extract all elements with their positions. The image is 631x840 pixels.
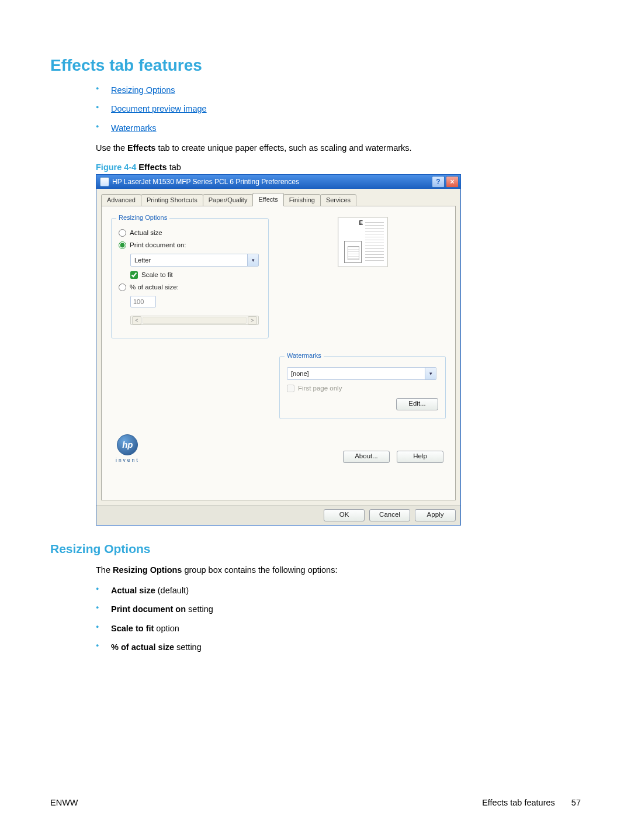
scale-to-fit-checkbox[interactable] xyxy=(130,271,138,279)
page-footer: ENWW Effects tab features 57 xyxy=(50,798,581,807)
printing-preferences-dialog: HP LaserJet M1530 MFP Series PCL 6 Print… xyxy=(96,174,461,526)
footer-page-number: 57 xyxy=(571,798,581,807)
actual-size-radio[interactable] xyxy=(119,229,126,237)
scale-to-fit-label: Scale to fit xyxy=(141,271,173,278)
chevron-down-icon[interactable]: ▾ xyxy=(425,368,436,379)
toc-list: Resizing Options Document preview image … xyxy=(50,84,581,134)
apply-button[interactable]: Apply xyxy=(415,509,456,521)
toc-link-watermarks[interactable]: Watermarks xyxy=(111,123,157,133)
figure-title-bold: Effects xyxy=(136,163,169,172)
watermark-combo[interactable]: [none] ▾ xyxy=(287,367,436,380)
percent-slider[interactable]: < > xyxy=(130,316,259,325)
footer-section: Effects tab features xyxy=(482,798,555,807)
app-icon xyxy=(100,177,109,186)
list-item: % of actual size setting xyxy=(96,641,581,653)
footer-left: ENWW xyxy=(50,798,78,807)
resizing-options-group: Resizing Options Actual size Print docum… xyxy=(111,218,269,338)
dialog-title: HP LaserJet M1530 MFP Series PCL 6 Print… xyxy=(112,178,431,186)
chevron-down-icon[interactable]: ▾ xyxy=(247,254,258,266)
tab-printing-shortcuts[interactable]: Printing Shortcuts xyxy=(141,194,203,206)
percent-actual-size-radio[interactable] xyxy=(119,284,126,291)
help-button[interactable]: Help xyxy=(397,451,443,463)
percent-value-input[interactable]: 100 xyxy=(130,296,156,307)
resizing-legend: Resizing Options xyxy=(116,214,169,221)
dialog-footer: OK Cancel Apply xyxy=(96,505,460,525)
intro-post: tab to create unique paper effects, such… xyxy=(155,143,411,153)
tabstrip: Advanced Printing Shortcuts Paper/Qualit… xyxy=(101,193,456,206)
titlebar: HP LaserJet M1530 MFP Series PCL 6 Print… xyxy=(96,175,460,189)
toc-link-resizing[interactable]: Resizing Options xyxy=(111,85,175,95)
intro-text: Use the Effects tab to create unique pap… xyxy=(96,142,581,154)
watermark-value: [none] xyxy=(291,370,425,377)
intro-bold: Effects xyxy=(127,143,155,153)
document-preview-image: E xyxy=(338,217,388,267)
list-item: Print document on setting xyxy=(96,603,581,615)
titlebar-close-button[interactable]: × xyxy=(446,176,459,188)
print-document-on-label: Print document on: xyxy=(130,241,186,248)
figure-title-rest: tab xyxy=(169,163,181,172)
intro-pre: Use the xyxy=(96,143,127,153)
resizing-options-heading: Resizing Options xyxy=(50,542,581,556)
tab-effects[interactable]: Effects xyxy=(252,193,283,206)
paper-size-value: Letter xyxy=(134,257,247,264)
effects-tab-panel: Resizing Options Actual size Print docum… xyxy=(101,206,456,500)
preview-mini-page-icon xyxy=(344,241,362,263)
watermark-edit-button[interactable]: Edit... xyxy=(396,398,438,410)
cancel-button[interactable]: Cancel xyxy=(369,509,410,521)
first-page-only-checkbox xyxy=(287,385,294,392)
print-document-on-radio[interactable] xyxy=(119,241,126,249)
slider-bar[interactable] xyxy=(143,317,247,324)
page-heading: Effects tab features xyxy=(50,56,581,75)
list-item: Scale to fit option xyxy=(96,623,581,634)
resizing-options-list: Actual size (default) Print document on … xyxy=(50,585,581,653)
toc-link-preview[interactable]: Document preview image xyxy=(111,104,207,113)
titlebar-help-button[interactable]: ? xyxy=(432,176,445,188)
tab-services[interactable]: Services xyxy=(320,194,356,206)
preview-lines-icon xyxy=(365,222,384,263)
resizing-options-intro: The Resizing Options group box contains … xyxy=(96,564,581,576)
tab-finishing[interactable]: Finishing xyxy=(283,194,321,206)
preview-orientation-marker: E xyxy=(359,220,363,226)
slider-right-button[interactable]: > xyxy=(248,316,257,324)
hp-invent-text: invent xyxy=(116,457,140,463)
figure-label: Figure 4-4 xyxy=(96,163,136,172)
percent-actual-size-label: % of actual size: xyxy=(130,284,179,291)
watermarks-group: Watermarks [none] ▾ First page only xyxy=(279,356,446,419)
hp-logo: hp invent xyxy=(116,434,140,463)
about-button[interactable]: About... xyxy=(343,451,390,463)
actual-size-label: Actual size xyxy=(130,229,162,236)
ok-button[interactable]: OK xyxy=(324,509,365,521)
first-page-only-label: First page only xyxy=(298,385,342,392)
slider-left-button[interactable]: < xyxy=(132,316,141,324)
watermarks-legend: Watermarks xyxy=(285,352,324,359)
tab-advanced[interactable]: Advanced xyxy=(101,194,141,206)
hp-logo-icon: hp xyxy=(117,434,138,455)
list-item: Actual size (default) xyxy=(96,585,581,596)
figure-caption: Figure 4-4 Effects tab xyxy=(96,163,581,172)
tab-paper-quality[interactable]: Paper/Quality xyxy=(203,194,254,206)
paper-size-combo[interactable]: Letter ▾ xyxy=(130,254,259,267)
